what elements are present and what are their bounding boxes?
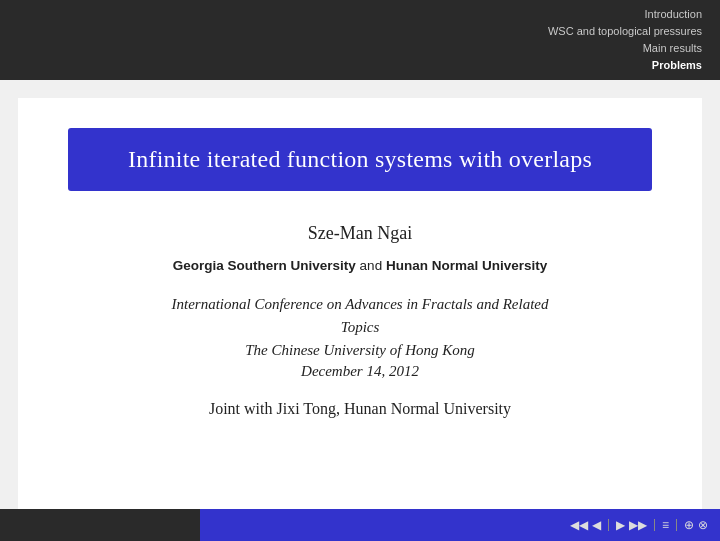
nav-prev-icon[interactable]: ◀	[592, 518, 601, 532]
nav-search-icon[interactable]: ⊗	[698, 518, 708, 532]
nav-separator1	[608, 519, 609, 531]
nav-item-problems[interactable]: Problems	[0, 57, 702, 74]
author-name: Sze-Man Ngai	[68, 223, 652, 244]
conference-date: December 14, 2012	[68, 363, 652, 380]
affiliations: Georgia Southern University and Hunan No…	[68, 258, 652, 273]
affiliation-georgia: Georgia Southern University	[173, 258, 356, 273]
bottom-nav-bar[interactable]: ◀◀ ◀ ▶ ▶▶ ≡ ⊕ ⊗	[200, 509, 720, 541]
bottom-left-block	[0, 509, 200, 541]
nav-item-introduction[interactable]: Introduction	[0, 6, 702, 23]
slide-content: Infinite iterated function systems with …	[18, 98, 702, 518]
host-university: The Chinese University of Hong Kong	[68, 342, 652, 359]
nav-separator3	[676, 519, 677, 531]
nav-item-wsc[interactable]: WSC and topological pressures	[0, 23, 702, 40]
nav-next-icon[interactable]: ▶	[616, 518, 625, 532]
joint-authors: Joint with Jixi Tong, Hunan Normal Unive…	[68, 400, 652, 418]
nav-last-icon[interactable]: ▶▶	[629, 518, 647, 532]
nav-menu-icon[interactable]: ≡	[662, 518, 669, 532]
nav-zoom-icon[interactable]: ⊕	[684, 518, 694, 532]
nav-first-icon[interactable]: ◀◀	[570, 518, 588, 532]
affiliation-and: and	[360, 258, 386, 273]
conference-name: International Conference on Advances in …	[68, 293, 652, 338]
bottom-bar: ◀◀ ◀ ▶ ▶▶ ≡ ⊕ ⊗	[0, 509, 720, 541]
affiliation-hunan: Hunan Normal University	[386, 258, 547, 273]
slide-title: Infinite iterated function systems with …	[96, 146, 624, 173]
nav-item-main-results[interactable]: Main results	[0, 40, 702, 57]
top-navigation[interactable]: Introduction WSC and topological pressur…	[0, 0, 720, 80]
title-box: Infinite iterated function systems with …	[68, 128, 652, 191]
navigation-controls[interactable]: ◀◀ ◀ ▶ ▶▶ ≡ ⊕ ⊗	[570, 518, 708, 532]
nav-separator2	[654, 519, 655, 531]
